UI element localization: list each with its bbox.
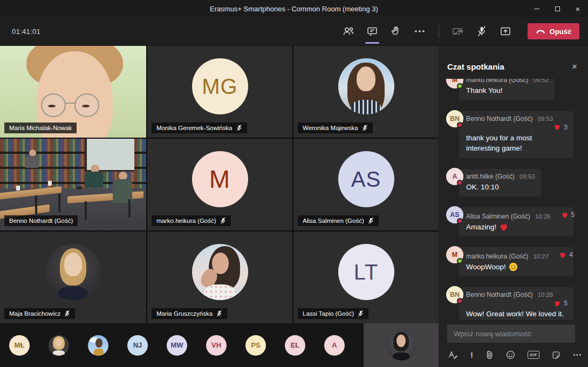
participant-name-label: Monika Geremek-Sowińska bbox=[152, 123, 247, 133]
minimize-icon bbox=[534, 9, 539, 9]
mic-off-button[interactable] bbox=[473, 22, 491, 40]
mic-muted-icon bbox=[362, 125, 368, 131]
maximize-button[interactable] bbox=[547, 0, 568, 17]
participant-name-label: Maja Bracichowicz bbox=[4, 308, 75, 319]
status-busy-icon bbox=[457, 180, 463, 186]
strip-avatar-a[interactable]: A bbox=[324, 335, 345, 356]
mic-muted-icon bbox=[358, 310, 364, 317]
participant-name: Maja Bracichowicz bbox=[9, 310, 60, 317]
heart-reaction-badge[interactable]: 3 bbox=[553, 124, 568, 131]
strip-avatar-ps[interactable]: PS bbox=[245, 335, 266, 356]
strip-avatar-mw[interactable]: MW bbox=[167, 335, 187, 356]
raise-hand-icon bbox=[391, 26, 401, 37]
message-author: marko.heikura (Gość) bbox=[466, 253, 528, 260]
strip-avatar-photo-1[interactable] bbox=[49, 335, 69, 356]
chat-message: A antti.hilke (Gość) 09:53 OK. 10:10 bbox=[447, 169, 580, 197]
meeting-timer: 01:41:01 bbox=[12, 28, 40, 36]
message-bubble: Alisa Salminen (Gość) 10:26 5 Amazing! bbox=[459, 207, 573, 236]
avatar-initials: LT bbox=[354, 261, 379, 283]
chat-close-button[interactable]: × bbox=[570, 61, 579, 72]
participant-tile-lassi-tapio[interactable]: LT Lassi Tapio (Gość) bbox=[293, 232, 439, 323]
more-actions-button[interactable] bbox=[411, 22, 429, 40]
message-author: Alisa Salminen (Gość) bbox=[466, 213, 530, 220]
mark-important-button[interactable]: ! bbox=[470, 350, 473, 359]
leave-label: Opuść bbox=[550, 28, 571, 36]
avatar-initials: MG bbox=[202, 76, 237, 97]
message-time: 10:26 bbox=[535, 213, 551, 220]
avatar-initials: NJ bbox=[133, 341, 142, 349]
camera-off-button[interactable] bbox=[449, 22, 467, 40]
reaction-count: 5 bbox=[564, 300, 568, 307]
avatar-initials: BN bbox=[450, 291, 460, 298]
minimize-button[interactable] bbox=[527, 0, 547, 17]
message-text: Amazing! bbox=[466, 222, 496, 233]
heart-reaction-badge[interactable]: 4 bbox=[559, 251, 573, 259]
heart-reaction-badge[interactable]: 5 bbox=[553, 300, 568, 307]
message-time: 09:53 bbox=[519, 173, 535, 180]
avatar-photo bbox=[192, 244, 248, 300]
participant-name: Lassi Tapio (Gość) bbox=[303, 310, 354, 317]
message-time: 09:53 bbox=[537, 115, 553, 122]
participant-tile-benno-nothardt[interactable]: Benno Nothardt (Gość) bbox=[0, 139, 146, 230]
red-heart-emoji bbox=[499, 223, 509, 232]
participant-name-label: Maria Gruszczyńska bbox=[152, 308, 227, 319]
message-time: 10:27 bbox=[533, 253, 549, 260]
participant-tile-maria-gruszczynska[interactable]: Maria Gruszczyńska bbox=[147, 232, 292, 323]
message-time: 09:52 bbox=[533, 79, 549, 83]
strip-avatar-ml[interactable]: MŁ bbox=[9, 335, 30, 356]
participant-tile-alisa-salminen[interactable]: AS Alisa Salminen (Gość) bbox=[293, 139, 439, 230]
avatar-initials: M bbox=[452, 79, 457, 84]
heart-reaction-badge[interactable]: 5 bbox=[561, 211, 575, 219]
sticker-button[interactable] bbox=[552, 351, 560, 359]
raise-hand-button[interactable] bbox=[387, 22, 405, 40]
toolbar-divider bbox=[439, 24, 439, 38]
message-bubble: antti.hilke (Gość) 09:53 OK. 10:10 bbox=[459, 169, 541, 197]
message-text: OK. 10:10 bbox=[466, 182, 535, 193]
mic-off-icon bbox=[477, 26, 487, 37]
strip-avatar-el[interactable]: EL bbox=[285, 335, 305, 356]
participants-button[interactable] bbox=[339, 22, 358, 40]
meeting-toolbar: 01:41:01 bbox=[0, 17, 588, 46]
heart-icon bbox=[561, 212, 569, 219]
chat-button[interactable] bbox=[363, 22, 381, 40]
avatar-initials: A bbox=[332, 341, 337, 349]
attach-button[interactable] bbox=[486, 350, 494, 359]
avatar-initials: M bbox=[452, 251, 457, 259]
paperclip-icon bbox=[486, 350, 494, 359]
participant-tile-marko-heikura[interactable]: M marko.heikura (Gość) bbox=[147, 139, 292, 230]
composer-more-button[interactable] bbox=[573, 354, 582, 356]
share-screen-button[interactable] bbox=[496, 22, 515, 40]
strip-avatar-nj[interactable]: NJ bbox=[127, 335, 148, 356]
avatar-initials: AS bbox=[351, 168, 381, 190]
mic-muted-icon bbox=[64, 310, 70, 317]
meeting-chat-panel: Czat spotkania × M marko.heikura (Gość) … bbox=[439, 46, 588, 367]
leave-button[interactable]: Opuść bbox=[528, 23, 579, 39]
participant-tile-maria-michalak[interactable]: Maria Michalak-Nowak bbox=[0, 46, 146, 138]
format-icon bbox=[448, 351, 458, 359]
chat-composer bbox=[439, 320, 588, 345]
strip-avatar-photo-2[interactable] bbox=[88, 335, 108, 356]
participant-tile-weronika-majewska[interactable]: Weronika Majewska bbox=[293, 46, 439, 138]
participant-tile-monika-geremek[interactable]: MG Monika Geremek-Sowińska bbox=[147, 46, 292, 138]
participant-name-label: Alisa Salminen (Gość) bbox=[298, 215, 379, 226]
avatar-initials: PS bbox=[251, 341, 260, 349]
gif-button[interactable]: GIF bbox=[528, 351, 539, 359]
new-message-input[interactable] bbox=[447, 324, 575, 343]
avatar-initials: AS bbox=[450, 211, 459, 219]
message-bubble: Benno Nothardt (Gość) 09:53 3 thank you … bbox=[459, 111, 573, 158]
message-bubble: marko.heikura (Gość) 10:27 4 WoopWoop! bbox=[459, 247, 573, 276]
participant-tile-maja-bracichowicz[interactable]: Maja Bracichowicz bbox=[0, 232, 146, 323]
self-video-tile[interactable] bbox=[364, 323, 439, 367]
chat-message: AS Alisa Salminen (Gość) 10:26 5 Amazing… bbox=[447, 207, 580, 236]
participants-icon bbox=[343, 26, 354, 36]
strip-avatar-vh[interactable]: VH bbox=[206, 335, 227, 356]
format-button[interactable] bbox=[448, 351, 458, 359]
close-button[interactable]: × bbox=[568, 0, 588, 17]
close-icon: × bbox=[576, 4, 580, 13]
chat-message-list: M marko.heikura (Gość) 09:52 Thank You! … bbox=[439, 79, 588, 320]
emoji-button[interactable] bbox=[506, 350, 515, 359]
maximize-icon bbox=[555, 6, 560, 11]
mic-muted-icon bbox=[368, 218, 374, 224]
teams-meeting-window: Erasmus+ Smartphones - Common Room (meet… bbox=[0, 0, 588, 367]
overflow-participants-strip: MŁ NJ MW VH PS EL A bbox=[0, 323, 439, 367]
